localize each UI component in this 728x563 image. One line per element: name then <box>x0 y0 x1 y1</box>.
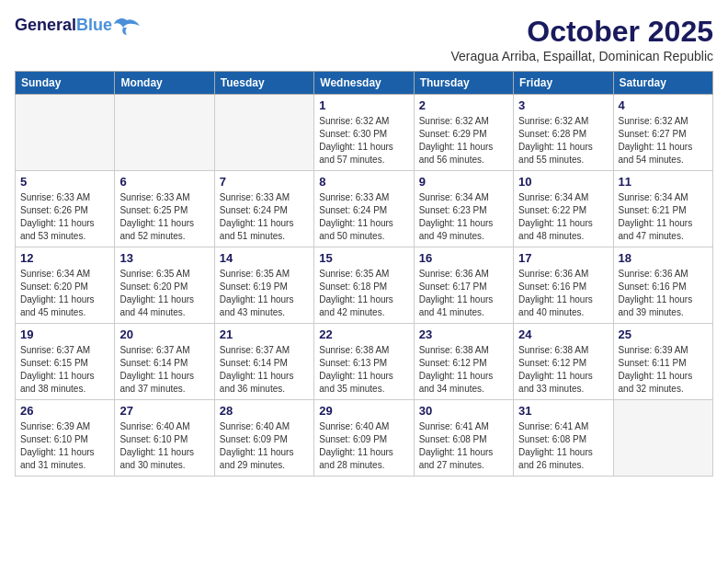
day-info: Sunrise: 6:33 AM Sunset: 6:24 PM Dayligh… <box>319 191 408 243</box>
day-number: 9 <box>419 175 508 189</box>
day-info: Sunrise: 6:40 AM Sunset: 6:10 PM Dayligh… <box>119 420 209 472</box>
calendar-cell: 13Sunrise: 6:35 AM Sunset: 6:20 PM Dayli… <box>115 247 214 324</box>
weekday-header-monday: Monday <box>115 72 214 95</box>
day-number: 11 <box>619 175 708 189</box>
day-info: Sunrise: 6:39 AM Sunset: 6:11 PM Dayligh… <box>619 344 708 396</box>
day-info: Sunrise: 6:33 AM Sunset: 6:25 PM Dayligh… <box>119 191 209 243</box>
calendar-cell: 19Sunrise: 6:37 AM Sunset: 6:15 PM Dayli… <box>16 324 115 400</box>
calendar-cell: 26Sunrise: 6:39 AM Sunset: 6:10 PM Dayli… <box>16 400 115 477</box>
day-number: 31 <box>518 404 608 418</box>
day-info: Sunrise: 6:34 AM Sunset: 6:22 PM Dayligh… <box>518 191 608 243</box>
day-info: Sunrise: 6:37 AM Sunset: 6:14 PM Dayligh… <box>220 344 309 396</box>
day-number: 23 <box>419 327 508 341</box>
calendar-cell: 6Sunrise: 6:33 AM Sunset: 6:25 PM Daylig… <box>115 171 214 247</box>
weekday-header-wednesday: Wednesday <box>314 72 414 95</box>
day-info: Sunrise: 6:36 AM Sunset: 6:17 PM Dayligh… <box>419 268 508 319</box>
day-info: Sunrise: 6:34 AM Sunset: 6:23 PM Dayligh… <box>419 191 508 243</box>
weekday-header-row: SundayMondayTuesdayWednesdayThursdayFrid… <box>16 72 713 95</box>
calendar-cell: 29Sunrise: 6:40 AM Sunset: 6:09 PM Dayli… <box>314 400 414 477</box>
day-info: Sunrise: 6:37 AM Sunset: 6:14 PM Dayligh… <box>119 344 209 396</box>
day-info: Sunrise: 6:32 AM Sunset: 6:28 PM Dayligh… <box>518 115 608 167</box>
calendar-table: SundayMondayTuesdayWednesdayThursdayFrid… <box>15 71 713 477</box>
calendar-cell: 7Sunrise: 6:33 AM Sunset: 6:24 PM Daylig… <box>214 171 313 247</box>
month-title: October 2025 <box>450 15 713 49</box>
calendar-cell: 10Sunrise: 6:34 AM Sunset: 6:22 PM Dayli… <box>514 171 613 247</box>
day-info: Sunrise: 6:36 AM Sunset: 6:16 PM Dayligh… <box>518 268 608 319</box>
calendar-week-row: 5Sunrise: 6:33 AM Sunset: 6:26 PM Daylig… <box>16 171 713 247</box>
logo-bird-icon <box>114 15 140 37</box>
day-number: 5 <box>20 175 109 189</box>
calendar-cell <box>16 95 115 171</box>
day-number: 13 <box>119 251 209 265</box>
calendar-cell: 21Sunrise: 6:37 AM Sunset: 6:14 PM Dayli… <box>214 324 313 400</box>
calendar-cell: 9Sunrise: 6:34 AM Sunset: 6:23 PM Daylig… <box>414 171 513 247</box>
day-info: Sunrise: 6:32 AM Sunset: 6:27 PM Dayligh… <box>619 115 708 167</box>
calendar-cell: 5Sunrise: 6:33 AM Sunset: 6:26 PM Daylig… <box>16 171 115 247</box>
day-info: Sunrise: 6:37 AM Sunset: 6:15 PM Dayligh… <box>20 344 109 396</box>
calendar-cell: 31Sunrise: 6:41 AM Sunset: 6:08 PM Dayli… <box>514 400 613 477</box>
day-number: 12 <box>20 251 109 265</box>
calendar-cell <box>613 400 712 477</box>
day-number: 2 <box>419 98 508 112</box>
day-info: Sunrise: 6:33 AM Sunset: 6:24 PM Dayligh… <box>220 191 309 243</box>
calendar-cell: 15Sunrise: 6:35 AM Sunset: 6:18 PM Dayli… <box>314 247 414 324</box>
day-info: Sunrise: 6:40 AM Sunset: 6:09 PM Dayligh… <box>220 420 309 472</box>
day-info: Sunrise: 6:33 AM Sunset: 6:26 PM Dayligh… <box>20 191 109 243</box>
day-number: 16 <box>419 251 508 265</box>
day-number: 10 <box>518 175 608 189</box>
calendar-cell: 30Sunrise: 6:41 AM Sunset: 6:08 PM Dayli… <box>414 400 513 477</box>
calendar-cell: 4Sunrise: 6:32 AM Sunset: 6:27 PM Daylig… <box>613 95 712 171</box>
day-info: Sunrise: 6:35 AM Sunset: 6:19 PM Dayligh… <box>220 268 309 319</box>
day-info: Sunrise: 6:35 AM Sunset: 6:18 PM Dayligh… <box>319 268 408 319</box>
calendar-cell: 28Sunrise: 6:40 AM Sunset: 6:09 PM Dayli… <box>214 400 313 477</box>
weekday-header-thursday: Thursday <box>414 72 513 95</box>
calendar-cell: 16Sunrise: 6:36 AM Sunset: 6:17 PM Dayli… <box>414 247 513 324</box>
logo: GeneralBlue <box>15 15 140 37</box>
day-number: 4 <box>619 98 708 112</box>
calendar-cell: 11Sunrise: 6:34 AM Sunset: 6:21 PM Dayli… <box>613 171 712 247</box>
day-number: 18 <box>619 251 708 265</box>
logo-text: GeneralBlue <box>15 17 112 35</box>
calendar-cell: 22Sunrise: 6:38 AM Sunset: 6:13 PM Dayli… <box>314 324 414 400</box>
day-number: 6 <box>119 175 209 189</box>
day-number: 19 <box>20 327 109 341</box>
day-info: Sunrise: 6:38 AM Sunset: 6:13 PM Dayligh… <box>319 344 408 396</box>
calendar-cell <box>214 95 313 171</box>
day-number: 26 <box>20 404 109 418</box>
calendar-cell <box>115 95 214 171</box>
day-number: 15 <box>319 251 408 265</box>
day-number: 27 <box>119 404 209 418</box>
calendar-week-row: 1Sunrise: 6:32 AM Sunset: 6:30 PM Daylig… <box>16 95 713 171</box>
day-number: 17 <box>518 251 608 265</box>
page-header: GeneralBlue October 2025 Veragua Arriba,… <box>15 15 713 63</box>
calendar-cell: 8Sunrise: 6:33 AM Sunset: 6:24 PM Daylig… <box>314 171 414 247</box>
calendar-cell: 23Sunrise: 6:38 AM Sunset: 6:12 PM Dayli… <box>414 324 513 400</box>
day-info: Sunrise: 6:39 AM Sunset: 6:10 PM Dayligh… <box>20 420 109 472</box>
day-info: Sunrise: 6:40 AM Sunset: 6:09 PM Dayligh… <box>319 420 408 472</box>
calendar-cell: 24Sunrise: 6:38 AM Sunset: 6:12 PM Dayli… <box>514 324 613 400</box>
day-number: 25 <box>619 327 708 341</box>
day-number: 8 <box>319 175 408 189</box>
day-info: Sunrise: 6:38 AM Sunset: 6:12 PM Dayligh… <box>518 344 608 396</box>
title-block: October 2025 Veragua Arriba, Espaillat, … <box>450 15 713 63</box>
subtitle: Veragua Arriba, Espaillat, Dominican Rep… <box>450 49 713 63</box>
day-info: Sunrise: 6:38 AM Sunset: 6:12 PM Dayligh… <box>419 344 508 396</box>
calendar-cell: 18Sunrise: 6:36 AM Sunset: 6:16 PM Dayli… <box>613 247 712 324</box>
day-info: Sunrise: 6:35 AM Sunset: 6:20 PM Dayligh… <box>119 268 209 319</box>
day-number: 7 <box>220 175 309 189</box>
calendar-cell: 20Sunrise: 6:37 AM Sunset: 6:14 PM Dayli… <box>115 324 214 400</box>
weekday-header-saturday: Saturday <box>613 72 712 95</box>
day-info: Sunrise: 6:32 AM Sunset: 6:30 PM Dayligh… <box>319 115 408 167</box>
weekday-header-sunday: Sunday <box>16 72 115 95</box>
day-info: Sunrise: 6:34 AM Sunset: 6:21 PM Dayligh… <box>619 191 708 243</box>
day-number: 28 <box>220 404 309 418</box>
calendar-cell: 27Sunrise: 6:40 AM Sunset: 6:10 PM Dayli… <box>115 400 214 477</box>
calendar-cell: 17Sunrise: 6:36 AM Sunset: 6:16 PM Dayli… <box>514 247 613 324</box>
day-number: 3 <box>518 98 608 112</box>
day-info: Sunrise: 6:41 AM Sunset: 6:08 PM Dayligh… <box>518 420 608 472</box>
calendar-cell: 12Sunrise: 6:34 AM Sunset: 6:20 PM Dayli… <box>16 247 115 324</box>
calendar-cell: 3Sunrise: 6:32 AM Sunset: 6:28 PM Daylig… <box>514 95 613 171</box>
day-info: Sunrise: 6:32 AM Sunset: 6:29 PM Dayligh… <box>419 115 508 167</box>
day-number: 21 <box>220 327 309 341</box>
calendar-cell: 1Sunrise: 6:32 AM Sunset: 6:30 PM Daylig… <box>314 95 414 171</box>
